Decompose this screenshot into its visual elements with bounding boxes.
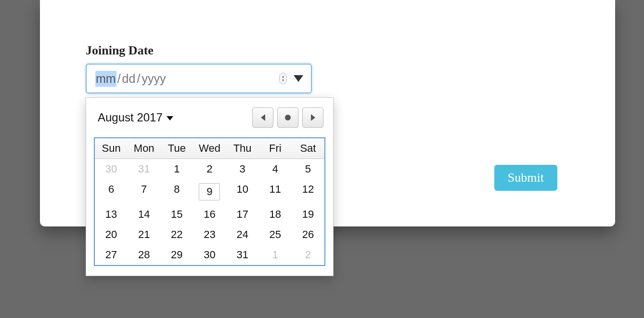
calendar-day[interactable]: 8 — [160, 179, 193, 204]
form-card: Joining Date mm / dd / yyyy ▴▾ August 20… — [40, 0, 615, 226]
calendar-day[interactable]: 31 — [226, 245, 259, 265]
next-month-button[interactable] — [302, 107, 323, 128]
calendar-day[interactable]: 19 — [292, 204, 324, 225]
calendar-weekday-row: SunMonTueWedThuFriSat — [95, 138, 324, 159]
calendar-day[interactable]: 4 — [259, 159, 292, 179]
calendar-day[interactable]: 15 — [160, 204, 193, 225]
calendar-day[interactable]: 1 — [160, 159, 193, 179]
calendar-day[interactable]: 6 — [95, 179, 128, 204]
calendar-day[interactable]: 3 — [226, 159, 259, 179]
calendar-weekday: Fri — [259, 138, 292, 159]
calendar-day[interactable]: 23 — [193, 225, 226, 245]
calendar-day[interactable]: 11 — [259, 179, 292, 204]
date-segment-year[interactable]: yyyy — [141, 71, 166, 87]
calendar-day[interactable]: 2 — [292, 245, 324, 265]
calendar-day[interactable]: 26 — [292, 225, 324, 245]
calendar-weekday: Sun — [95, 138, 128, 159]
date-picker-popup: August 2017 SunMonTueWedThuFriSat 303112… — [86, 97, 334, 276]
calendar-day[interactable]: 10 — [226, 179, 259, 204]
calendar-day[interactable]: 1 — [259, 245, 292, 265]
calendar-day[interactable]: 22 — [160, 225, 193, 245]
calendar-weekday: Wed — [193, 138, 226, 159]
calendar-day[interactable]: 2 — [193, 159, 226, 179]
calendar-day[interactable]: 21 — [128, 225, 160, 245]
date-picker-header: August 2017 — [94, 106, 325, 130]
calendar-day[interactable]: 9 — [193, 179, 226, 204]
calendar-day[interactable]: 24 — [226, 225, 259, 245]
calendar-day[interactable]: 13 — [95, 204, 128, 225]
calendar-day[interactable]: 27 — [95, 245, 128, 265]
calendar-weekday: Mon — [128, 138, 160, 159]
calendar-day[interactable]: 25 — [259, 225, 292, 245]
chevron-left-icon — [261, 114, 265, 121]
prev-month-button[interactable] — [252, 107, 273, 128]
calendar-day[interactable]: 29 — [160, 245, 193, 265]
calendar-weekday: Tue — [160, 138, 193, 159]
month-year-selector[interactable]: August 2017 — [98, 111, 173, 124]
date-segment-day[interactable]: dd — [122, 71, 136, 87]
calendar-day[interactable]: 20 — [95, 225, 128, 245]
calendar-day[interactable]: 30 — [95, 159, 128, 179]
month-year-label: August 2017 — [98, 111, 163, 124]
submit-button[interactable]: Submit — [494, 165, 557, 191]
calendar-weekday: Thu — [226, 138, 259, 159]
calendar-day[interactable]: 12 — [292, 179, 324, 204]
chevron-right-icon — [311, 114, 315, 121]
dropdown-caret-icon[interactable] — [294, 75, 303, 82]
calendar-nav — [252, 107, 323, 128]
circle-icon — [285, 115, 291, 120]
calendar-day[interactable]: 7 — [128, 179, 160, 204]
calendar-grid: SunMonTueWedThuFriSat 303112345678910111… — [94, 137, 325, 266]
date-segment-month[interactable]: mm — [95, 71, 116, 87]
calendar-day[interactable]: 14 — [128, 204, 160, 225]
joining-date-input[interactable]: mm / dd / yyyy ▴▾ — [86, 64, 312, 93]
calendar-weekday: Sat — [292, 138, 324, 159]
calendar-day[interactable]: 31 — [128, 159, 160, 179]
calendar-day[interactable]: 17 — [226, 204, 259, 225]
today-button[interactable] — [277, 107, 298, 128]
calendar-day[interactable]: 5 — [292, 159, 324, 179]
calendar-day[interactable]: 16 — [193, 204, 226, 225]
calendar-day[interactable]: 30 — [193, 245, 226, 265]
calendar-day[interactable]: 28 — [128, 245, 160, 265]
date-separator: / — [136, 72, 141, 86]
date-stepper-icon[interactable]: ▴▾ — [279, 73, 287, 84]
calendar-day[interactable]: 18 — [259, 204, 292, 225]
date-separator: / — [116, 72, 122, 86]
calendar-body: 3031123456789101112131415161718192021222… — [95, 159, 324, 265]
joining-date-label: Joining Date — [86, 43, 154, 58]
chevron-down-icon — [167, 116, 173, 120]
